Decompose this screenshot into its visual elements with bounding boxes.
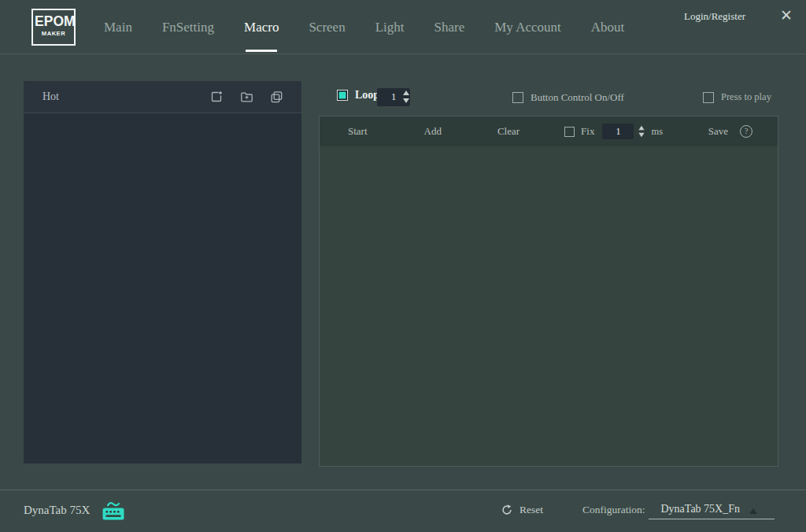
login-register-link[interactable]: Login/Register [684, 10, 745, 23]
logo-text-top: EPOM [35, 13, 72, 29]
fix-delay-decrease-icon[interactable] [639, 133, 645, 137]
tab-main[interactable]: Main [104, 20, 132, 35]
macro-group-title: Hot [43, 91, 59, 103]
loop-checkbox-group: Loop [337, 89, 379, 102]
main-nav: Main FnSetting Macro Screen Light Share … [104, 0, 624, 54]
macro-edit-panel: Start Add Clear Fix 1 ms Save ? [319, 116, 778, 467]
copy-macro-icon[interactable] [270, 91, 283, 104]
button-control-group: Button Control On/Off [512, 91, 624, 104]
epomaker-logo: EPOM MAKER [31, 9, 76, 46]
add-step-button[interactable]: Add [424, 125, 442, 138]
configuration-group: Configuration: DynaTab 75X_Fn [582, 504, 775, 519]
configuration-dropdown[interactable]: DynaTab 75X_Fn [649, 503, 775, 519]
loop-count-stepper [403, 91, 409, 103]
tab-screen[interactable]: Screen [309, 20, 345, 35]
device-name: DynaTab 75X [24, 504, 90, 517]
tab-about[interactable]: About [591, 20, 625, 35]
tab-my-account[interactable]: My Account [494, 20, 561, 35]
reset-refresh-icon [501, 504, 512, 515]
loop-count-decrease-icon[interactable] [403, 98, 409, 103]
reset-label: Reset [519, 504, 543, 516]
dropdown-collapse-icon[interactable] [749, 508, 757, 514]
macro-list-header: Hot [24, 81, 301, 113]
configuration-value: DynaTab 75X_Fn [661, 503, 741, 515]
tab-macro[interactable]: Macro [244, 20, 279, 35]
fix-delay-increase-icon[interactable] [639, 126, 645, 130]
save-macro-button[interactable]: Save [708, 125, 728, 138]
reset-button[interactable]: Reset [501, 504, 543, 516]
fix-delay-stepper [639, 126, 645, 137]
macro-steps-empty-area[interactable] [320, 146, 778, 466]
close-icon[interactable]: ✕ [780, 4, 793, 26]
fix-delay-label: Fix [581, 125, 594, 138]
configuration-label: Configuration: [582, 504, 645, 516]
tab-fnsetting[interactable]: FnSetting [162, 20, 214, 35]
new-folder-icon[interactable] [240, 91, 253, 104]
press-to-play-checkbox[interactable] [703, 92, 714, 103]
macro-toolbar: Start Add Clear Fix 1 ms Save ? [320, 116, 778, 146]
status-bar: DynaTab 75X Reset Configuration: DynaTab… [0, 490, 806, 532]
button-control-label: Button Control On/Off [531, 91, 624, 104]
logo-text-bottom: MAKER [34, 29, 72, 38]
tab-share[interactable]: Share [434, 20, 465, 35]
milliseconds-unit-label: ms [651, 126, 663, 138]
macro-list-panel: Hot [24, 81, 301, 464]
clear-steps-button[interactable]: Clear [497, 125, 519, 138]
epomaker-driver-window: EPOM MAKER Main FnSetting Macro Screen L… [0, 0, 806, 532]
macro-list-empty-area[interactable] [24, 113, 301, 463]
loop-count-increase-icon[interactable] [403, 91, 409, 95]
fix-delay-input[interactable]: 1 [602, 124, 634, 139]
header: EPOM MAKER Main FnSetting Macro Screen L… [0, 0, 806, 54]
press-to-play-group: Press to play [703, 91, 771, 103]
loop-label: Loop [355, 89, 379, 102]
help-icon[interactable]: ? [740, 125, 752, 138]
keyboard-connected-icon [102, 500, 125, 523]
fix-delay-group: Fix 1 ms [564, 124, 663, 139]
loop-checkbox[interactable] [337, 90, 348, 101]
start-record-button[interactable]: Start [348, 125, 368, 138]
new-macro-icon[interactable] [210, 91, 224, 104]
fix-delay-checkbox[interactable] [564, 127, 575, 137]
press-to-play-label: Press to play [721, 91, 771, 103]
button-control-checkbox[interactable] [512, 92, 523, 103]
macro-list-actions [210, 91, 283, 104]
tab-light[interactable]: Light [375, 20, 405, 35]
